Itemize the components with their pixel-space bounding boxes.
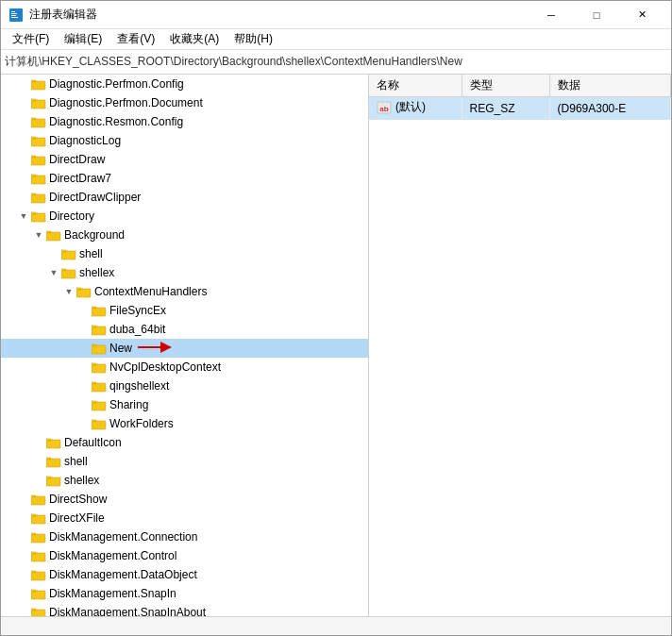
tree-node-contextmenuhandlers[interactable]: ▼ ContextMenuHandlers	[1, 282, 368, 301]
tree-node-background[interactable]: ▼ Background	[1, 226, 368, 244]
expander-diagnostic_res_config[interactable]	[16, 114, 31, 129]
folder-icon-contextmenuhandlers	[76, 285, 92, 298]
menu-item-v[interactable]: 查看(V)	[109, 29, 162, 49]
tree-node-diskmanagement_control[interactable]: DiskManagement.Control	[1, 546, 368, 565]
folder-icon-diskmanagement_control	[31, 549, 46, 562]
node-label-diskmanagement_snapinabout: DiskManagement.SnapInAbout	[49, 606, 206, 616]
svg-rect-10	[31, 118, 36, 120]
expander-duba_64bit[interactable]	[76, 322, 92, 337]
expander-shellex[interactable]: ▼	[46, 265, 61, 280]
folder-icon-sharing	[92, 398, 107, 411]
expander-diagnostic_perf_doc[interactable]	[16, 95, 31, 110]
expander-new[interactable]	[76, 341, 92, 356]
minimize-button[interactable]: ─	[529, 3, 573, 27]
tree-node-filesyncex[interactable]: FileSyncEx	[1, 301, 368, 320]
menu-item-a[interactable]: 收藏夹(A)	[162, 29, 227, 49]
folder-icon-new	[92, 342, 107, 355]
expander-workfolders[interactable]	[76, 416, 92, 431]
node-label-diskmanagement_control: DiskManagement.Control	[49, 549, 176, 562]
svg-rect-3	[11, 15, 16, 16]
tree-node-directdraw7[interactable]: DirectDraw7	[1, 169, 368, 188]
menu-item-e[interactable]: 编辑(E)	[57, 29, 109, 49]
folder-icon-directxfile	[31, 511, 46, 525]
expander-nvcpldesktopcontext[interactable]	[76, 360, 92, 375]
expander-directshow[interactable]	[16, 492, 31, 507]
node-label-diagnostic_perf_config: Diagnostic.Perfmon.Config	[49, 77, 184, 91]
node-label-shell: shell	[79, 247, 103, 260]
node-label-directory: Directory	[49, 209, 94, 223]
expander-background[interactable]: ▼	[31, 227, 46, 243]
svg-rect-5	[31, 81, 45, 90]
tree-node-diskmanagement_dataobject[interactable]: DiskManagement.DataObject	[1, 565, 368, 584]
menu-item-f[interactable]: 文件(F)	[5, 29, 57, 49]
svg-rect-17	[31, 194, 45, 203]
tree-node-directory[interactable]: ▼ Directory	[1, 207, 368, 226]
expander-sharing[interactable]	[76, 397, 92, 412]
expander-diskmanagement_dataobject[interactable]	[16, 567, 31, 582]
menu-item-h[interactable]: 帮助(H)	[227, 29, 280, 49]
svg-rect-11	[31, 138, 45, 146]
expander-diskmanagement_snapin[interactable]	[16, 586, 31, 601]
svg-rect-18	[31, 193, 36, 195]
svg-rect-31	[92, 326, 106, 335]
expander-defaulticon[interactable]	[31, 435, 46, 450]
tree-node-directshow[interactable]: DirectShow	[1, 490, 368, 509]
svg-rect-58	[31, 552, 36, 554]
svg-rect-42	[92, 401, 96, 403]
tree-node-diagnostic_perf_doc[interactable]: Diagnostic.Perfmon.Document	[1, 93, 368, 112]
table-row[interactable]: ab (默认) REG_SZ(D969A300-E	[369, 97, 671, 120]
node-label-filesyncex: FileSyncEx	[109, 304, 166, 317]
maximize-button[interactable]: □	[575, 3, 618, 27]
tree-node-directxfile[interactable]: DirectXFile	[1, 509, 368, 527]
expander-diagnostic_perf_config[interactable]	[16, 76, 31, 92]
tree-node-defaulticon[interactable]: DefaultIcon	[1, 433, 368, 452]
svg-rect-64	[31, 609, 36, 611]
svg-rect-33	[92, 345, 106, 354]
expander-diskmanagement_connection[interactable]	[16, 529, 31, 544]
tree-node-nvcpldesktopcontext[interactable]: NvCplDesktopContext	[1, 358, 368, 377]
expander-directdrawclipper[interactable]	[16, 190, 31, 205]
expander-diskmanagement_control[interactable]	[16, 548, 31, 563]
expander-diagnostic_log[interactable]	[16, 133, 31, 148]
tree-node-diagnostic_perf_config[interactable]: Diagnostic.Perfmon.Config	[1, 75, 368, 93]
expander-shell[interactable]	[46, 246, 61, 261]
expander-dir_shellex[interactable]	[31, 473, 46, 488]
tree-node-diagnostic_log[interactable]: DiagnosticLog	[1, 131, 368, 150]
tree-node-dir_shellex[interactable]: shellex	[1, 471, 368, 490]
tree-node-directdrawclipper[interactable]: DirectDrawClipper	[1, 188, 368, 207]
close-button[interactable]: ✕	[620, 3, 664, 27]
tree-node-diagnostic_res_config[interactable]: Diagnostic.Resmon.Config	[1, 112, 368, 131]
node-label-duba_64bit: duba_64bit	[109, 323, 165, 336]
node-label-diagnostic_res_config: Diagnostic.Resmon.Config	[49, 115, 183, 128]
registry-editor-window: 注册表编辑器 ─ □ ✕ 文件(F)编辑(E)查看(V)收藏夹(A)帮助(H) …	[0, 0, 672, 636]
tree-node-sharing[interactable]: Sharing	[1, 395, 368, 414]
tree-node-diskmanagement_snapinabout[interactable]: DiskManagement.SnapInAbout	[1, 603, 368, 616]
tree-node-new[interactable]: New	[1, 339, 368, 358]
expander-dir_shell[interactable]	[31, 454, 46, 469]
tree-node-workfolders[interactable]: WorkFolders	[1, 414, 368, 433]
node-label-directdraw7: DirectDraw7	[49, 172, 111, 185]
expander-contextmenuhandlers[interactable]: ▼	[61, 284, 76, 299]
expander-directory[interactable]: ▼	[16, 209, 31, 224]
tree-node-diskmanagement_snapin[interactable]: DiskManagement.SnapIn	[1, 584, 368, 603]
tree-node-shellex[interactable]: ▼ shellex	[1, 263, 368, 282]
folder-icon-diagnostic_perf_config	[31, 77, 46, 91]
tree-node-shell[interactable]: shell	[1, 244, 368, 263]
svg-rect-61	[31, 591, 45, 599]
tree-panel[interactable]: Diagnostic.Perfmon.Config Diagnostic.Per…	[1, 75, 369, 616]
tree-node-diskmanagement_connection[interactable]: DiskManagement.Connection	[1, 527, 368, 546]
expander-diskmanagement_snapinabout[interactable]	[16, 605, 31, 616]
tree-node-dir_shell[interactable]: shell	[1, 452, 368, 471]
expander-directdraw[interactable]	[16, 152, 31, 167]
svg-rect-44	[92, 420, 96, 422]
folder-icon-nvcpldesktopcontext	[92, 360, 107, 374]
expander-filesyncex[interactable]	[76, 303, 92, 318]
tree-node-directdraw[interactable]: DirectDraw	[1, 150, 368, 169]
folder-icon-diskmanagement_snapin	[31, 587, 46, 600]
expander-directdraw7[interactable]	[16, 171, 31, 186]
tree-node-duba_64bit[interactable]: duba_64bit	[1, 320, 368, 339]
tree-node-qingshellext[interactable]: qingshellext	[1, 377, 368, 395]
right-panel[interactable]: 名称 类型 数据 ab (默认) REG_SZ(D969A300-E	[369, 75, 671, 616]
expander-qingshellext[interactable]	[76, 378, 92, 393]
expander-directxfile[interactable]	[16, 510, 31, 526]
